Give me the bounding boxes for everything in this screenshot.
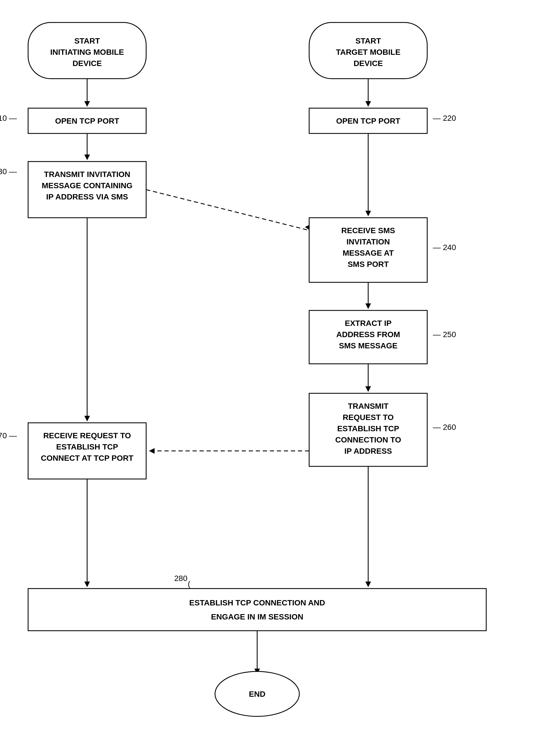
label-230: 230 —	[0, 167, 17, 176]
label-250: — 250	[433, 330, 456, 339]
label-210: 210 —	[0, 114, 17, 123]
transmit-inv-label-1: TRANSMIT INVITATION	[44, 170, 130, 179]
flowchart-svg: START INITIATING MOBILE DEVICE 210 — OPE…	[0, 0, 552, 756]
label-240: — 240	[433, 243, 456, 252]
open-tcp-port-left: OPEN TCP PORT	[55, 117, 119, 125]
transmit-req-label-1: TRANSMIT	[348, 402, 389, 410]
svg-marker-18	[365, 101, 371, 107]
receive-req-label-2: ESTABLISH TCP	[56, 442, 118, 451]
svg-marker-27	[365, 386, 371, 392]
svg-marker-15	[84, 582, 90, 587]
receive-sms-label-4: SMS PORT	[348, 260, 389, 268]
extract-ip-label-3: SMS MESSAGE	[339, 341, 397, 350]
receive-req-label-3: CONNECT AT TCP PORT	[41, 454, 133, 462]
transmit-req-label-4: CONNECTION TO	[335, 435, 401, 444]
receive-sms-label-3: MESSAGE AT	[342, 249, 394, 257]
transmit-req-label-5: IP ADDRESS	[344, 447, 392, 455]
receive-sms-label-1: RECEIVE SMS	[341, 226, 395, 235]
start-target-label-2: TARGET MOBILE	[336, 48, 401, 56]
label-270: 270 —	[0, 431, 17, 440]
receive-sms-label-2: INVITATION	[347, 237, 390, 246]
svg-rect-31	[28, 589, 486, 631]
establish-tcp-label-2: ENGAGE IN IM SESSION	[211, 612, 303, 621]
start-target-label-3: DEVICE	[354, 59, 383, 68]
extract-ip-label-1: EXTRACT IP	[345, 319, 392, 328]
open-tcp-port-right: OPEN TCP PORT	[336, 117, 400, 125]
svg-marker-30	[365, 582, 371, 587]
svg-marker-24	[365, 304, 371, 309]
diagram-container: START INITIATING MOBILE DEVICE 210 — OPE…	[0, 0, 552, 756]
transmit-req-label-2: REQUEST TO	[342, 413, 394, 422]
receive-req-label-1: RECEIVE REQUEST TO	[43, 431, 131, 440]
label-280: 280	[174, 574, 187, 583]
start-target-label-1: START	[355, 36, 381, 45]
transmit-req-label-3: ESTABLISH TCP	[337, 424, 399, 433]
label-280-paren: (	[188, 580, 190, 588]
svg-marker-21	[365, 211, 371, 216]
start-initiating-label-2: INITIATING MOBILE	[50, 48, 124, 56]
svg-marker-5	[84, 155, 90, 160]
start-initiating-label-3: DEVICE	[73, 59, 102, 68]
svg-marker-2	[84, 101, 90, 107]
label-220: — 220	[433, 114, 456, 123]
end-label: END	[249, 690, 265, 699]
transmit-inv-label-3: IP ADDRESS VIA SMS	[46, 192, 128, 201]
label-260: — 260	[433, 423, 456, 431]
extract-ip-label-2: ADDRESS FROM	[336, 330, 400, 339]
establish-tcp-label-1: ESTABLISH TCP CONNECTION AND	[189, 598, 325, 607]
svg-line-7	[146, 190, 309, 230]
start-initiating-label-1: START	[74, 36, 100, 45]
svg-marker-10	[84, 416, 90, 421]
svg-marker-13	[149, 448, 155, 454]
transmit-inv-label-2: MESSAGE CONTAINING	[41, 181, 132, 190]
